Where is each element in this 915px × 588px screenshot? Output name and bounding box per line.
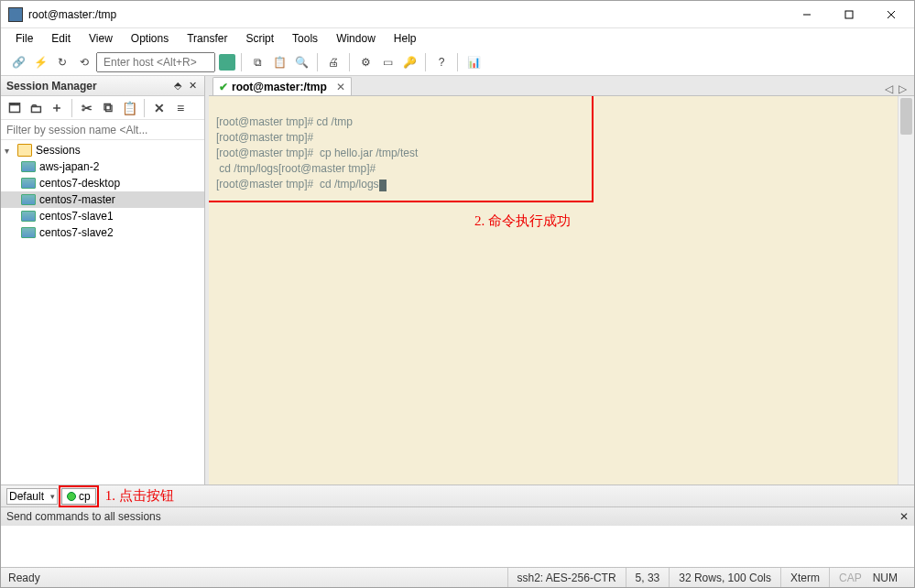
send-commands-close-icon[interactable]: ✕ [899,510,909,523]
script-combo-value: Default [9,490,44,503]
quick-connect-icon[interactable]: ⚡ [30,52,50,72]
print-icon[interactable]: 🖨 [323,52,343,72]
session-icon [21,161,36,172]
host-input[interactable] [96,52,215,72]
session-options-icon[interactable]: ▭ [377,52,398,72]
close-panel-icon[interactable]: ✕ [186,80,199,93]
session-item-selected[interactable]: centos7-master [1,191,204,208]
send-commands-title: Send commands to all sessions [6,510,161,523]
session-manager-header: Session Manager ⬘ ✕ [1,76,204,96]
reconnect-icon[interactable]: ↻ [52,52,72,72]
toolbar-separator [144,99,145,117]
pin-icon[interactable]: ⬘ [171,80,184,93]
menu-edit[interactable]: Edit [44,30,78,47]
send-commands-header: Send commands to all sessions ✕ [1,507,914,526]
menu-script[interactable]: Script [238,30,281,47]
terminal-scrollbar[interactable] [898,96,914,485]
copy-icon[interactable]: ⧉ [247,52,267,72]
send-commands-panel: Send commands to all sessions ✕ [1,506,914,567]
status-bar: Ready ssh2: AES-256-CTR 5, 33 32 Rows, 1… [1,567,914,587]
session-manager-toolbar: 🗔 🗀 ＋ ✂ ⧉ 📋 ✕ ≡ [1,96,204,120]
key-icon[interactable]: 🔑 [399,52,419,72]
status-ready: Ready [8,568,49,587]
session-filter-input[interactable] [1,120,204,140]
tab-close-icon[interactable]: ✕ [336,81,345,93]
session-icon [21,211,36,222]
toolbar-separator [425,53,426,71]
terminal[interactable]: [root@master tmp]# cd /tmp [root@master … [209,96,914,485]
session-item[interactable]: centos7-slave1 [1,208,204,224]
svg-rect-1 [845,11,853,18]
toolbar: 🔗 ⚡ ↻ ⟲ ⧉ 📋 🔍 🖨 ⚙ ▭ 🔑 ? 📊 [1,49,914,76]
maximize-button[interactable] [828,2,870,27]
session-label: centos7-slave1 [39,210,114,223]
session-label: centos7-slave2 [39,226,114,239]
add-icon[interactable]: ＋ [47,98,67,118]
run-status-icon [67,492,76,501]
find-icon[interactable]: 🔍 [291,52,311,72]
new-session-icon[interactable]: 🗔 [5,98,25,118]
session-icon [21,178,36,189]
tree-root[interactable]: ▾ Sessions [1,142,204,158]
send-commands-input[interactable] [1,526,914,564]
properties-icon[interactable]: ≡ [170,98,191,118]
terminal-area: ✔ root@master:/tmp ✕ ◁ ▷ [root@master tm… [209,76,914,485]
tree-root-label: Sessions [36,144,81,157]
connect-go-icon[interactable] [219,54,235,71]
folder-icon [17,144,32,157]
tab-bar: ✔ root@master:/tmp ✕ ◁ ▷ [209,76,914,96]
settings-icon[interactable]: ⚙ [355,52,376,72]
delete-icon[interactable]: ✕ [149,98,169,118]
menu-file[interactable]: File [8,30,40,47]
tab-nav: ◁ ▷ [885,82,914,95]
session-icon [21,227,36,238]
session-item[interactable]: centos7-slave2 [1,224,204,241]
minimize-button[interactable] [786,2,828,27]
menu-transfer[interactable]: Transfer [180,30,234,47]
menu-help[interactable]: Help [387,30,424,47]
script-combo[interactable]: Default [6,488,58,505]
close-button[interactable] [870,2,912,27]
help-icon[interactable]: ? [431,52,452,72]
toolbar-separator [457,53,458,71]
tab-active[interactable]: ✔ root@master:/tmp ✕ [212,77,352,95]
tab-status-icon: ✔ [219,81,228,93]
menu-tools[interactable]: Tools [285,30,325,47]
tree-toggle-icon[interactable]: ▾ [5,146,17,156]
chart-icon[interactable]: 📊 [463,52,484,72]
session-manager-title: Session Manager [6,80,169,93]
terminal-line: [root@master tmp]# [216,131,313,144]
link-icon[interactable]: 🔗 [8,52,28,72]
menu-options[interactable]: Options [124,30,176,47]
menu-view[interactable]: View [82,30,120,47]
tab-prev-icon[interactable]: ◁ [885,82,893,95]
copy-session-icon[interactable]: ⧉ [98,98,118,118]
cut-icon[interactable]: ✂ [77,98,97,118]
terminal-line: [root@master tmp]# cp hello.jar /tmp/tes… [216,147,418,159]
titlebar: root@master:/tmp [1,1,914,28]
terminal-line: cd /tmp/logs[root@master tmp]# [216,162,376,175]
tab-next-icon[interactable]: ▷ [899,82,907,95]
session-item[interactable]: aws-japan-2 [1,158,204,175]
scrollbar-thumb[interactable] [900,98,912,135]
toolbar-separator [71,99,72,117]
annotation-text-1: 1. 点击按钮 [105,487,174,505]
session-item[interactable]: centos7-desktop [1,175,204,191]
toolbar-separator [317,53,318,71]
session-label: centos7-master [39,193,115,206]
status-cursor-pos: 5, 33 [626,568,670,587]
menu-window[interactable]: Window [329,30,383,47]
session-tree[interactable]: ▾ Sessions aws-japan-2 centos7-desktop c… [1,140,204,485]
window-title: root@master:/tmp [28,8,786,21]
new-folder-icon[interactable]: 🗀 [26,98,46,118]
tab-title: root@master:/tmp [232,81,327,93]
script-bar: Default cp 1. 点击按钮 [1,485,914,506]
paste-icon[interactable]: 📋 [269,52,289,72]
session-manager: Session Manager ⬘ ✕ 🗔 🗀 ＋ ✂ ⧉ 📋 ✕ ≡ ▾ Se… [1,76,205,485]
script-run-button[interactable]: cp [61,488,96,505]
menubar: File Edit View Options Transfer Script T… [1,28,914,49]
paste-session-icon[interactable]: 📋 [119,98,139,118]
annotation-text-2: 2. 命令执行成功 [474,213,571,228]
disconnect-icon[interactable]: ⟲ [74,52,94,72]
script-button-label: cp [79,490,91,503]
